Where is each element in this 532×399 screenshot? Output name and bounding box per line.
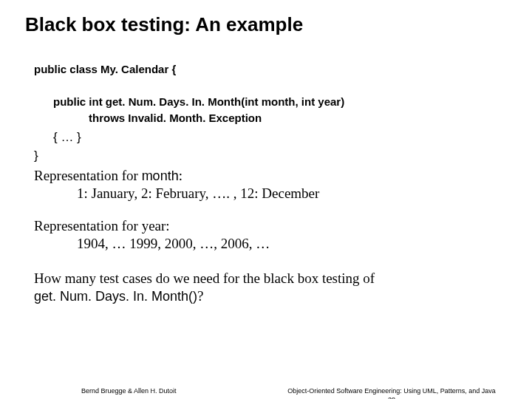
code-line: throws Invalid. Month. Exception (34, 110, 507, 126)
representation-year: Representation for year: 1904, … 1999, 2… (25, 217, 507, 253)
footer-page-number: 28 (388, 396, 395, 399)
rep-keyword: year (142, 218, 166, 233)
question-line2: get. Num. Days. In. Month()? (34, 287, 507, 306)
rep-label-pre: Representation for (34, 218, 142, 233)
rep-month-values: 1: January, 2: February, …. , 12: Decemb… (34, 185, 507, 202)
rep-month-label: Representation for month: (34, 167, 507, 185)
slide: Black box testing: An example public cla… (0, 0, 532, 306)
question-fn: get. Num. Days. In. Month() (34, 289, 197, 304)
code-line: { … } (34, 129, 507, 147)
code-line: public class My. Calendar { (34, 61, 507, 78)
rep-year-label: Representation for year: (34, 217, 507, 235)
rep-label-post: : (166, 218, 169, 233)
footer-book-title: Object-Oriented Software Engineering: Us… (287, 387, 496, 395)
code-line: public int get. Num. Days. In. Month(int… (34, 94, 507, 110)
code-line: } (34, 147, 507, 166)
rep-label-pre: Representation for (34, 168, 142, 183)
rep-keyword: month (142, 168, 179, 183)
slide-title: Black box testing: An example (25, 13, 507, 36)
rep-label-post: : (179, 168, 183, 183)
code-block: public class My. Calendar { public int g… (25, 61, 507, 166)
footer-book: Object-Oriented Software Engineering: Us… (266, 387, 517, 399)
representation-month: Representation for month: 1: January, 2:… (25, 167, 507, 203)
question-line1: How many test cases do we need for the b… (34, 270, 507, 288)
question-mark: ? (197, 288, 203, 304)
footer-authors: Bernd Bruegge & Allen H. Dutoit (81, 387, 177, 395)
rep-year-values: 1904, … 1999, 2000, …, 2006, … (34, 235, 507, 253)
question-block: How many test cases do we need for the b… (25, 270, 507, 306)
